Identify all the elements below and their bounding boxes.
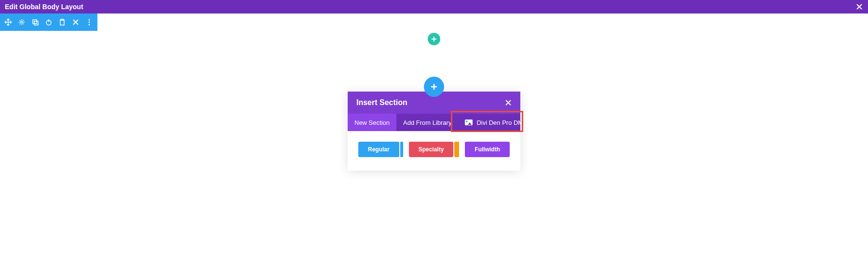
section-type-regular-group: Regular xyxy=(358,142,403,157)
modal-title: Insert Section xyxy=(356,98,407,107)
more-icon[interactable] xyxy=(85,18,94,27)
close-icon[interactable] xyxy=(505,99,512,106)
button-label: Regular xyxy=(368,146,390,153)
svg-point-0 xyxy=(21,21,23,23)
tab-label: Add From Library xyxy=(403,119,451,126)
section-type-specialty[interactable]: Specialty xyxy=(409,142,454,157)
tab-new-section[interactable]: New Section xyxy=(348,114,396,131)
svg-point-5 xyxy=(89,19,90,21)
top-bar-title: Edit Global Body Layout xyxy=(5,3,83,11)
add-row-button[interactable] xyxy=(424,77,444,97)
section-type-fullwidth[interactable]: Fullwidth xyxy=(465,142,510,157)
section-type-regular[interactable]: Regular xyxy=(358,142,399,157)
specialty-accent xyxy=(454,142,459,157)
svg-rect-2 xyxy=(34,21,38,25)
button-label: Fullwidth xyxy=(475,146,500,153)
tab-label: Divi Den Pro DM xyxy=(476,119,523,126)
svg-rect-1 xyxy=(33,20,37,24)
gear-icon[interactable] xyxy=(17,18,26,27)
regular-accent xyxy=(400,142,403,157)
svg-point-6 xyxy=(89,22,90,23)
add-section-button[interactable] xyxy=(428,33,440,45)
modal-body: Regular Specialty Fullwidth xyxy=(348,131,520,171)
close-icon[interactable] xyxy=(71,18,80,27)
tab-label: New Section xyxy=(354,119,390,126)
section-type-specialty-group: Specialty xyxy=(409,142,460,157)
power-icon[interactable] xyxy=(44,18,53,27)
insert-section-modal: Insert Section New Section Add From Libr… xyxy=(348,92,520,171)
tab-divi-den-pro[interactable]: Divi Den Pro DM xyxy=(458,114,530,131)
trash-icon[interactable] xyxy=(58,18,67,27)
modal-tabs: New Section Add From Library Divi Den Pr… xyxy=(348,114,520,131)
duplicate-icon[interactable] xyxy=(31,18,40,27)
close-icon[interactable] xyxy=(855,3,863,11)
section-toolbar xyxy=(0,13,97,31)
tab-add-from-library[interactable]: Add From Library xyxy=(396,114,458,131)
image-icon xyxy=(465,120,473,125)
svg-point-7 xyxy=(89,24,90,26)
move-icon[interactable] xyxy=(4,18,13,27)
button-label: Specialty xyxy=(419,146,444,153)
top-bar: Edit Global Body Layout xyxy=(0,0,868,13)
